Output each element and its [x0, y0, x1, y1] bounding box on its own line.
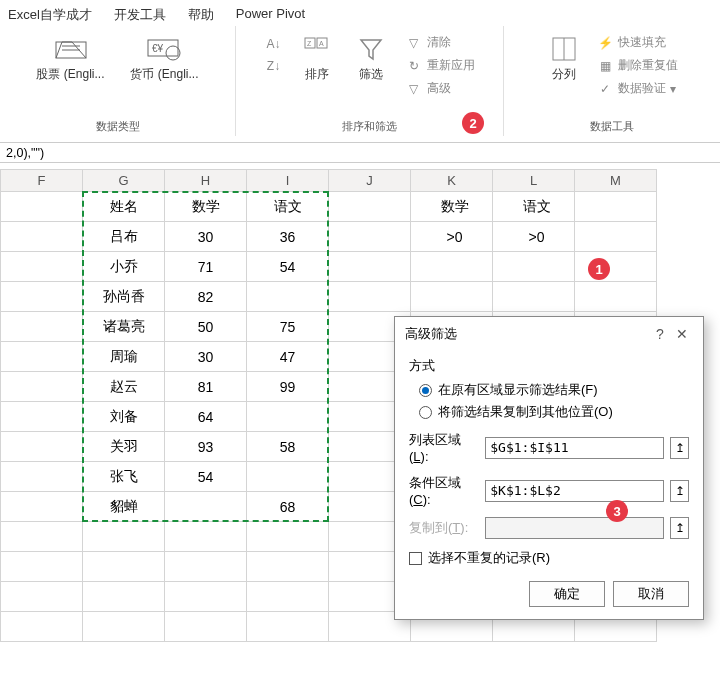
cell-H13[interactable]	[165, 552, 247, 582]
cell-H15[interactable]	[165, 612, 247, 642]
sort-asc-button[interactable]: A↓	[261, 34, 287, 54]
cell-F8[interactable]	[1, 402, 83, 432]
cell-F12[interactable]	[1, 522, 83, 552]
stocks-button[interactable]: 股票 (Engli...	[27, 30, 115, 83]
cell-K3[interactable]	[411, 252, 493, 282]
cell-H10[interactable]: 54	[165, 462, 247, 492]
clear-filter-button[interactable]: ▽清除	[401, 32, 479, 53]
cell-I1[interactable]: 语文	[247, 192, 329, 222]
cell-G14[interactable]	[83, 582, 165, 612]
cell-F1[interactable]	[1, 192, 83, 222]
cell-G10[interactable]: 张飞	[83, 462, 165, 492]
cell-M1[interactable]	[575, 192, 657, 222]
cell-I2[interactable]: 36	[247, 222, 329, 252]
cell-H11[interactable]	[165, 492, 247, 522]
remove-duplicates-button[interactable]: ▦删除重复值	[592, 55, 682, 76]
reapply-button[interactable]: ↻重新应用	[401, 55, 479, 76]
flash-fill-button[interactable]: ⚡快速填充	[592, 32, 682, 53]
list-range-input[interactable]	[485, 437, 664, 459]
cell-H4[interactable]: 82	[165, 282, 247, 312]
cell-G6[interactable]: 周瑜	[83, 342, 165, 372]
cell-J4[interactable]	[329, 282, 411, 312]
cell-H2[interactable]: 30	[165, 222, 247, 252]
cell-F5[interactable]	[1, 312, 83, 342]
cell-F9[interactable]	[1, 432, 83, 462]
cell-G3[interactable]: 小乔	[83, 252, 165, 282]
cell-I15[interactable]	[247, 612, 329, 642]
cell-H7[interactable]: 81	[165, 372, 247, 402]
dialog-close-button[interactable]: ✕	[671, 326, 693, 342]
tab-developer[interactable]: 开发工具	[114, 6, 166, 24]
cell-I5[interactable]: 75	[247, 312, 329, 342]
col-header-F[interactable]: F	[1, 170, 83, 192]
cell-K2[interactable]: >0	[411, 222, 493, 252]
cell-J2[interactable]	[329, 222, 411, 252]
cell-F4[interactable]	[1, 282, 83, 312]
cell-G8[interactable]: 刘备	[83, 402, 165, 432]
cell-M3[interactable]	[575, 252, 657, 282]
cell-M2[interactable]	[575, 222, 657, 252]
cell-I12[interactable]	[247, 522, 329, 552]
cell-I4[interactable]	[247, 282, 329, 312]
cell-G2[interactable]: 吕布	[83, 222, 165, 252]
col-header-K[interactable]: K	[411, 170, 493, 192]
cell-G7[interactable]: 赵云	[83, 372, 165, 402]
cell-H3[interactable]: 71	[165, 252, 247, 282]
cell-G15[interactable]	[83, 612, 165, 642]
cell-F11[interactable]	[1, 492, 83, 522]
unique-records-checkbox[interactable]: 选择不重复的记录(R)	[409, 549, 689, 567]
cell-K1[interactable]: 数学	[411, 192, 493, 222]
ok-button[interactable]: 确定	[529, 581, 605, 607]
cell-H14[interactable]	[165, 582, 247, 612]
cell-J3[interactable]	[329, 252, 411, 282]
cell-F13[interactable]	[1, 552, 83, 582]
cell-G9[interactable]: 关羽	[83, 432, 165, 462]
cell-G4[interactable]: 孙尚香	[83, 282, 165, 312]
cell-G13[interactable]	[83, 552, 165, 582]
cell-L1[interactable]: 语文	[493, 192, 575, 222]
cell-F7[interactable]	[1, 372, 83, 402]
cell-L4[interactable]	[493, 282, 575, 312]
cell-I6[interactable]: 47	[247, 342, 329, 372]
cell-F6[interactable]	[1, 342, 83, 372]
cell-H1[interactable]: 数学	[165, 192, 247, 222]
cell-I9[interactable]: 58	[247, 432, 329, 462]
col-header-M[interactable]: M	[575, 170, 657, 192]
copy-to-picker[interactable]: ↥	[670, 517, 689, 539]
list-range-picker[interactable]: ↥	[670, 437, 689, 459]
col-header-J[interactable]: J	[329, 170, 411, 192]
criteria-range-picker[interactable]: ↥	[670, 480, 689, 502]
cell-G1[interactable]: 姓名	[83, 192, 165, 222]
criteria-range-input[interactable]	[485, 480, 664, 502]
filter-button[interactable]: 筛选	[347, 30, 395, 83]
cell-F14[interactable]	[1, 582, 83, 612]
cell-I7[interactable]: 99	[247, 372, 329, 402]
cell-K4[interactable]	[411, 282, 493, 312]
cell-H5[interactable]: 50	[165, 312, 247, 342]
radio-copy-to[interactable]: 将筛选结果复制到其他位置(O)	[419, 403, 689, 421]
cell-I14[interactable]	[247, 582, 329, 612]
cell-I13[interactable]	[247, 552, 329, 582]
cell-H12[interactable]	[165, 522, 247, 552]
cell-M4[interactable]	[575, 282, 657, 312]
sort-button[interactable]: ZA 排序	[293, 30, 341, 83]
cell-F2[interactable]	[1, 222, 83, 252]
currency-button[interactable]: €¥ 货币 (Engli...	[121, 30, 209, 83]
col-header-I[interactable]: I	[247, 170, 329, 192]
formula-bar[interactable]: 2,0),"")	[0, 142, 720, 163]
cell-L3[interactable]	[493, 252, 575, 282]
cell-H8[interactable]: 64	[165, 402, 247, 432]
cell-F3[interactable]	[1, 252, 83, 282]
col-header-G[interactable]: G	[83, 170, 165, 192]
col-header-H[interactable]: H	[165, 170, 247, 192]
cell-F15[interactable]	[1, 612, 83, 642]
sort-desc-button[interactable]: Z↓	[261, 56, 287, 76]
cell-I3[interactable]: 54	[247, 252, 329, 282]
cell-F10[interactable]	[1, 462, 83, 492]
cell-H9[interactable]: 93	[165, 432, 247, 462]
cell-I10[interactable]	[247, 462, 329, 492]
advanced-filter-button[interactable]: ▽高级	[401, 78, 479, 99]
cell-I11[interactable]: 68	[247, 492, 329, 522]
data-validation-button[interactable]: ✓数据验证 ▾	[592, 78, 682, 99]
text-to-columns-button[interactable]: 分列	[542, 30, 586, 83]
